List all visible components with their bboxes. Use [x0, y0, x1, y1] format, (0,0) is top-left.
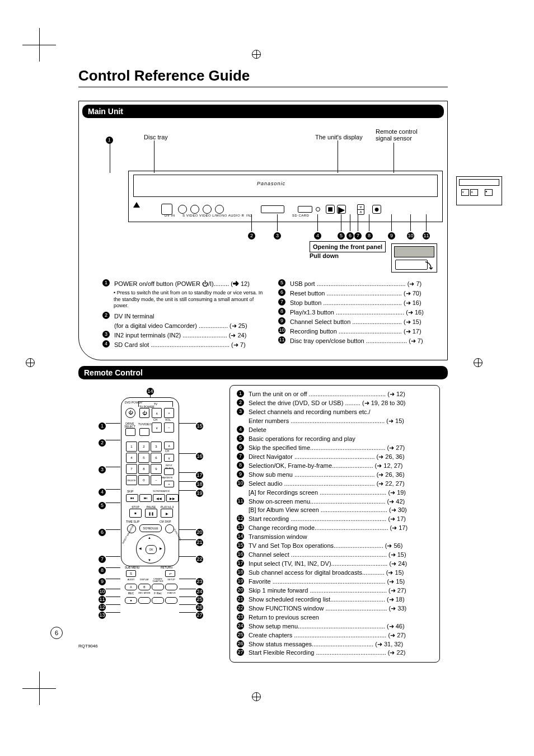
mu-item-1: POWER on/off button (POWER ⏻/I).........…	[114, 279, 265, 289]
dv-label: DV IN	[165, 214, 175, 217]
rc-item: [A] for Recordings screen ..............…	[237, 489, 433, 497]
side-thumbnail: ∨ ∧ ●	[456, 176, 502, 205]
panel-thumbnail	[391, 243, 437, 273]
rc-item: 23Return to previous screen	[237, 613, 433, 622]
leader	[154, 140, 154, 173]
stop-btn: ■	[326, 205, 335, 214]
brand-label: Panasonic	[257, 181, 285, 186]
rc-item: Enter numbers ..........................…	[237, 417, 433, 426]
mu-item-6: Reset button ...........................…	[290, 289, 441, 298]
rc-item: 9Show sub menu .........................…	[237, 471, 433, 480]
ports-label: S VIDEO VIDEO L/MONO AUDIO R	[182, 214, 244, 217]
rc-item: 10Select audio .........................…	[237, 480, 433, 489]
pulldown-label: Pull down	[310, 252, 339, 259]
rc-item: [B] for Album View screen ..............…	[237, 506, 433, 515]
leader	[110, 140, 110, 173]
registration-mark	[26, 358, 35, 367]
main-unit-refs: 1POWER on/off button (POWER ⏻/I)........…	[82, 279, 444, 354]
registration-mark	[252, 50, 261, 59]
usb-port	[298, 206, 312, 213]
sd-slot	[261, 205, 284, 213]
nav-ring: ▲ ▼ ◀ ▶ OK	[136, 534, 165, 564]
audio-jack	[178, 205, 187, 214]
mu-item-1-sub: • Press to switch the unit from on to st…	[114, 290, 265, 309]
rc-item: 16Channel select .......................…	[237, 551, 433, 560]
rc-item: 1Turn the unit on or off ...............…	[237, 390, 433, 399]
sd-label: SD CARD	[292, 214, 310, 217]
mu-item-3: IN2 input terminals (IN2) ..............…	[114, 331, 265, 340]
mu-item-2: DV IN terminal	[114, 312, 265, 321]
label-disc-tray: Disc tray	[144, 134, 168, 140]
rc-item: 15TV and Set Top Box operations.........…	[237, 542, 433, 551]
ch-rocker: ∨∧	[357, 204, 364, 215]
registration-mark	[252, 692, 261, 701]
audio-jack	[190, 205, 199, 214]
rc-item: 4Delete	[237, 426, 433, 435]
eject-icon	[133, 202, 140, 208]
bottom-callouts: 2 3 4 5 6 7 8 9 10 11	[102, 229, 444, 241]
rc-item: 24Show setup menu.......................…	[237, 622, 433, 631]
rc-item: 22Show FUNCTIONS window ................…	[237, 604, 433, 613]
rc-item: 12Start recording ......................…	[237, 515, 433, 524]
page-number: 6	[50, 627, 63, 639]
mu-item-8: Play/x1.3 button .......................…	[290, 308, 441, 317]
label-display: The unit's display	[315, 134, 363, 140]
label-sensor: Remote control signal sensor	[376, 128, 426, 142]
remote-outline: DVD POWER TV ⏻ ⏻ ∧ + TV POWER CH VOL DRI…	[121, 397, 179, 566]
footer-code: RQT9046	[78, 644, 98, 649]
audio-jack	[215, 205, 224, 214]
rc-item: 2Select the drive (DVD, SD or USB) .....…	[237, 399, 433, 408]
leader	[338, 140, 338, 173]
rc-item: 25Create chapters ......................…	[237, 631, 433, 640]
rc-item: 6Skip the specified time................…	[237, 444, 433, 453]
mu-item-4: SD Card slot ...........................…	[114, 340, 265, 350]
rc-item: 27Start Flexible Recording .............…	[237, 649, 433, 658]
audio-jack	[203, 205, 212, 214]
rc-item: 20Skip 1 minute forward ................…	[237, 586, 433, 595]
page-title: Control Reference Guide	[78, 67, 448, 87]
pulldown-icon	[423, 261, 434, 271]
rc-item: 17Input select (TV, IN1, IN2, DV).......…	[237, 560, 433, 569]
reset-hole	[316, 207, 320, 212]
opening-label: Opening the front panel	[310, 241, 386, 252]
crop-mark	[22, 672, 56, 705]
remote-diagram: 1 2 3 4 5 6 7 8 9 10 11 12 13 14 15	[78, 385, 224, 620]
manual-page: Control Reference Guide Main Unit 1 Disc…	[0, 0, 534, 756]
rc-item: 11Show on-screen menu...................…	[237, 497, 433, 506]
play-btn: ▶	[337, 205, 346, 214]
mu-item-7: Stop button ............................…	[290, 298, 441, 308]
mu-item-2b: (for a digital video Camcorder) ........…	[114, 321, 265, 331]
remote-heading: Remote Control	[78, 366, 448, 379]
rec-btn: ●	[372, 205, 381, 214]
rc-item: 19Favorite .............................…	[237, 577, 433, 586]
mu-item-11: Disc tray open/close button ............…	[290, 336, 441, 346]
mu-item-10: Recording button .......................…	[290, 327, 441, 336]
rc-item: 14Transmission window	[237, 533, 433, 542]
registration-mark	[474, 358, 483, 367]
content-area: Control Reference Guide Main Unit 1 Disc…	[78, 67, 448, 663]
rc-item: 7Direct Navigator ......................…	[237, 453, 433, 462]
main-unit-section: Main Unit 1 Disc tray The unit's display…	[78, 101, 448, 360]
leader	[394, 143, 394, 173]
rc-item: 3Select channels and recording numbers e…	[237, 408, 433, 417]
rc-item: 13Change recording mode.................…	[237, 524, 433, 533]
display-window: Panasonic	[133, 175, 438, 197]
rc-item: 18Sub channel access for digital broadca…	[237, 569, 433, 577]
crop-mark	[22, 28, 56, 62]
rc-item: 8Selection/OK, Frame-by-frame...........…	[237, 462, 433, 471]
rc-item: 26Show status messages..................…	[237, 640, 433, 649]
dv-port	[161, 204, 172, 215]
rc-item: 5Basic operations for recording and play	[237, 435, 433, 444]
mu-item-9: Channel Select button ..................…	[290, 317, 441, 327]
rc-item: 21Show scheduled recording list.........…	[237, 595, 433, 604]
main-unit-diagram: 1 Disc tray The unit's display Remote co…	[102, 120, 444, 277]
mu-item-5: USB port ...............................…	[290, 279, 441, 289]
remote-ref-list: 1Turn the unit on or off ...............…	[229, 385, 440, 663]
unit-outline: Panasonic	[128, 171, 443, 222]
main-unit-heading: Main Unit	[82, 105, 444, 118]
